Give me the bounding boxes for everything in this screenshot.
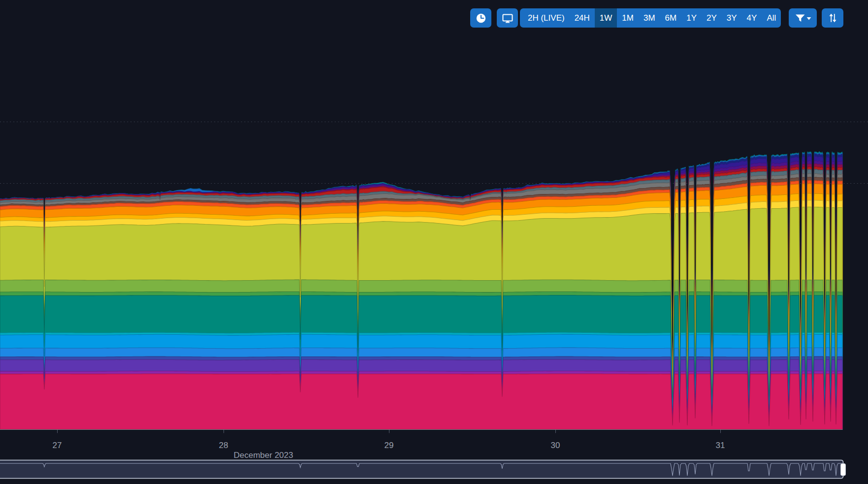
- svg-text:29: 29: [385, 441, 394, 450]
- svg-text:December 2023: December 2023: [234, 451, 293, 460]
- svg-text:27: 27: [53, 441, 62, 450]
- svg-text:28: 28: [219, 441, 228, 450]
- svg-text:30: 30: [551, 441, 560, 450]
- svg-text:31: 31: [716, 441, 725, 450]
